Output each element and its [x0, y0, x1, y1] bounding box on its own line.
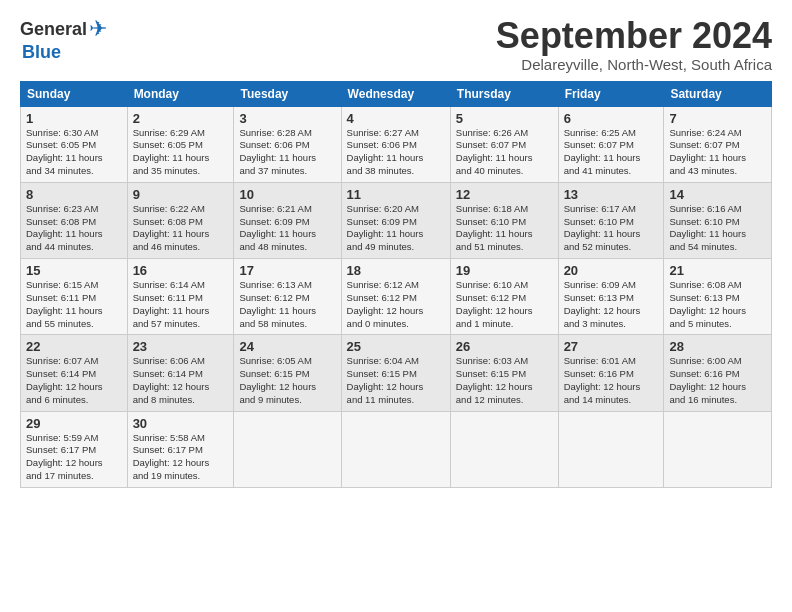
day-number: 17 — [239, 263, 335, 278]
day-number: 11 — [347, 187, 445, 202]
day-info: Sunrise: 6:20 AM Sunset: 6:09 PM Dayligh… — [347, 203, 445, 254]
header-thursday: Thursday — [450, 81, 558, 106]
day-number: 10 — [239, 187, 335, 202]
day-info: Sunrise: 6:12 AM Sunset: 6:12 PM Dayligh… — [347, 279, 445, 330]
day-info: Sunrise: 6:14 AM Sunset: 6:11 PM Dayligh… — [133, 279, 229, 330]
calendar-cell: 13Sunrise: 6:17 AM Sunset: 6:10 PM Dayli… — [558, 182, 664, 258]
calendar-cell — [234, 411, 341, 487]
day-info: Sunrise: 6:28 AM Sunset: 6:06 PM Dayligh… — [239, 127, 335, 178]
day-info: Sunrise: 6:04 AM Sunset: 6:15 PM Dayligh… — [347, 355, 445, 406]
week-row-2: 15Sunrise: 6:15 AM Sunset: 6:11 PM Dayli… — [21, 259, 772, 335]
day-number: 24 — [239, 339, 335, 354]
calendar-cell: 15Sunrise: 6:15 AM Sunset: 6:11 PM Dayli… — [21, 259, 128, 335]
week-row-4: 29Sunrise: 5:59 AM Sunset: 6:17 PM Dayli… — [21, 411, 772, 487]
day-number: 28 — [669, 339, 766, 354]
day-info: Sunrise: 6:29 AM Sunset: 6:05 PM Dayligh… — [133, 127, 229, 178]
calendar-cell: 23Sunrise: 6:06 AM Sunset: 6:14 PM Dayli… — [127, 335, 234, 411]
day-info: Sunrise: 6:15 AM Sunset: 6:11 PM Dayligh… — [26, 279, 122, 330]
day-number: 27 — [564, 339, 659, 354]
day-number: 8 — [26, 187, 122, 202]
day-info: Sunrise: 6:03 AM Sunset: 6:15 PM Dayligh… — [456, 355, 553, 406]
day-info: Sunrise: 6:05 AM Sunset: 6:15 PM Dayligh… — [239, 355, 335, 406]
week-row-3: 22Sunrise: 6:07 AM Sunset: 6:14 PM Dayli… — [21, 335, 772, 411]
header-wednesday: Wednesday — [341, 81, 450, 106]
day-info: Sunrise: 6:22 AM Sunset: 6:08 PM Dayligh… — [133, 203, 229, 254]
day-info: Sunrise: 6:21 AM Sunset: 6:09 PM Dayligh… — [239, 203, 335, 254]
header-saturday: Saturday — [664, 81, 772, 106]
header-monday: Monday — [127, 81, 234, 106]
calendar-cell: 9Sunrise: 6:22 AM Sunset: 6:08 PM Daylig… — [127, 182, 234, 258]
calendar-cell: 17Sunrise: 6:13 AM Sunset: 6:12 PM Dayli… — [234, 259, 341, 335]
logo-general: General — [20, 19, 87, 40]
calendar-cell: 28Sunrise: 6:00 AM Sunset: 6:16 PM Dayli… — [664, 335, 772, 411]
day-info: Sunrise: 6:17 AM Sunset: 6:10 PM Dayligh… — [564, 203, 659, 254]
calendar-cell — [450, 411, 558, 487]
day-number: 23 — [133, 339, 229, 354]
calendar-cell: 10Sunrise: 6:21 AM Sunset: 6:09 PM Dayli… — [234, 182, 341, 258]
calendar-cell: 18Sunrise: 6:12 AM Sunset: 6:12 PM Dayli… — [341, 259, 450, 335]
day-number: 13 — [564, 187, 659, 202]
calendar-cell — [558, 411, 664, 487]
day-number: 9 — [133, 187, 229, 202]
day-info: Sunrise: 6:06 AM Sunset: 6:14 PM Dayligh… — [133, 355, 229, 406]
day-number: 26 — [456, 339, 553, 354]
calendar-cell: 24Sunrise: 6:05 AM Sunset: 6:15 PM Dayli… — [234, 335, 341, 411]
day-info: Sunrise: 5:58 AM Sunset: 6:17 PM Dayligh… — [133, 432, 229, 483]
calendar-cell: 30Sunrise: 5:58 AM Sunset: 6:17 PM Dayli… — [127, 411, 234, 487]
day-info: Sunrise: 6:30 AM Sunset: 6:05 PM Dayligh… — [26, 127, 122, 178]
day-info: Sunrise: 6:16 AM Sunset: 6:10 PM Dayligh… — [669, 203, 766, 254]
header-row: Sunday Monday Tuesday Wednesday Thursday… — [21, 81, 772, 106]
calendar-cell: 16Sunrise: 6:14 AM Sunset: 6:11 PM Dayli… — [127, 259, 234, 335]
calendar-cell: 26Sunrise: 6:03 AM Sunset: 6:15 PM Dayli… — [450, 335, 558, 411]
day-number: 15 — [26, 263, 122, 278]
day-info: Sunrise: 6:08 AM Sunset: 6:13 PM Dayligh… — [669, 279, 766, 330]
calendar-cell — [664, 411, 772, 487]
day-number: 29 — [26, 416, 122, 431]
day-info: Sunrise: 6:10 AM Sunset: 6:12 PM Dayligh… — [456, 279, 553, 330]
day-number: 18 — [347, 263, 445, 278]
logo-blue: Blue — [22, 42, 61, 63]
calendar-table: Sunday Monday Tuesday Wednesday Thursday… — [20, 81, 772, 488]
day-info: Sunrise: 6:18 AM Sunset: 6:10 PM Dayligh… — [456, 203, 553, 254]
calendar-cell: 6Sunrise: 6:25 AM Sunset: 6:07 PM Daylig… — [558, 106, 664, 182]
day-number: 2 — [133, 111, 229, 126]
day-number: 7 — [669, 111, 766, 126]
calendar-cell: 14Sunrise: 6:16 AM Sunset: 6:10 PM Dayli… — [664, 182, 772, 258]
header-tuesday: Tuesday — [234, 81, 341, 106]
calendar-cell: 27Sunrise: 6:01 AM Sunset: 6:16 PM Dayli… — [558, 335, 664, 411]
day-info: Sunrise: 6:07 AM Sunset: 6:14 PM Dayligh… — [26, 355, 122, 406]
logo-bird-icon: ✈ — [89, 16, 107, 42]
calendar-cell: 29Sunrise: 5:59 AM Sunset: 6:17 PM Dayli… — [21, 411, 128, 487]
day-info: Sunrise: 6:27 AM Sunset: 6:06 PM Dayligh… — [347, 127, 445, 178]
day-number: 25 — [347, 339, 445, 354]
day-info: Sunrise: 6:13 AM Sunset: 6:12 PM Dayligh… — [239, 279, 335, 330]
calendar-cell — [341, 411, 450, 487]
day-number: 4 — [347, 111, 445, 126]
day-number: 3 — [239, 111, 335, 126]
day-number: 30 — [133, 416, 229, 431]
day-number: 14 — [669, 187, 766, 202]
day-info: Sunrise: 5:59 AM Sunset: 6:17 PM Dayligh… — [26, 432, 122, 483]
week-row-1: 8Sunrise: 6:23 AM Sunset: 6:08 PM Daylig… — [21, 182, 772, 258]
calendar-cell: 7Sunrise: 6:24 AM Sunset: 6:07 PM Daylig… — [664, 106, 772, 182]
month-title: September 2024 — [496, 16, 772, 56]
day-info: Sunrise: 6:09 AM Sunset: 6:13 PM Dayligh… — [564, 279, 659, 330]
page: General ✈ Blue September 2024 Delareyvil… — [0, 0, 792, 498]
calendar-cell: 21Sunrise: 6:08 AM Sunset: 6:13 PM Dayli… — [664, 259, 772, 335]
day-info: Sunrise: 6:01 AM Sunset: 6:16 PM Dayligh… — [564, 355, 659, 406]
calendar-cell: 11Sunrise: 6:20 AM Sunset: 6:09 PM Dayli… — [341, 182, 450, 258]
day-number: 20 — [564, 263, 659, 278]
header: General ✈ Blue September 2024 Delareyvil… — [20, 16, 772, 73]
calendar-cell: 1Sunrise: 6:30 AM Sunset: 6:05 PM Daylig… — [21, 106, 128, 182]
day-number: 21 — [669, 263, 766, 278]
day-info: Sunrise: 6:23 AM Sunset: 6:08 PM Dayligh… — [26, 203, 122, 254]
calendar-cell: 3Sunrise: 6:28 AM Sunset: 6:06 PM Daylig… — [234, 106, 341, 182]
calendar-cell: 22Sunrise: 6:07 AM Sunset: 6:14 PM Dayli… — [21, 335, 128, 411]
day-info: Sunrise: 6:26 AM Sunset: 6:07 PM Dayligh… — [456, 127, 553, 178]
day-info: Sunrise: 6:25 AM Sunset: 6:07 PM Dayligh… — [564, 127, 659, 178]
header-friday: Friday — [558, 81, 664, 106]
title-block: September 2024 Delareyville, North-West,… — [496, 16, 772, 73]
day-info: Sunrise: 6:24 AM Sunset: 6:07 PM Dayligh… — [669, 127, 766, 178]
location-subtitle: Delareyville, North-West, South Africa — [496, 56, 772, 73]
day-number: 12 — [456, 187, 553, 202]
